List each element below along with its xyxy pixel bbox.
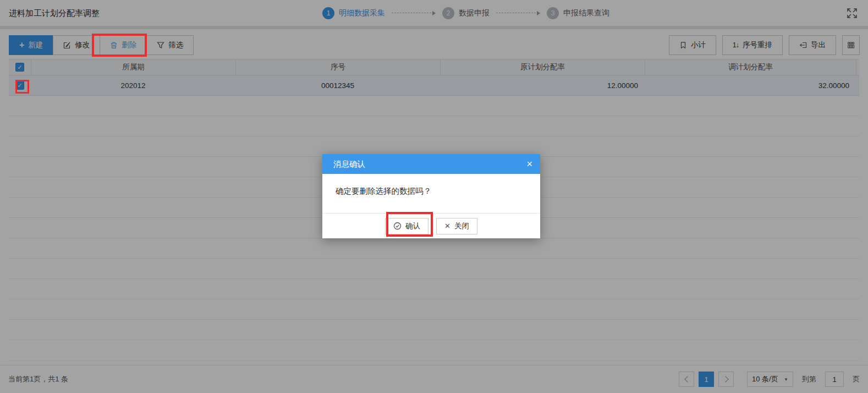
dialog-title: 消息确认	[333, 159, 365, 170]
confirm-dialog: 消息确认 × 确定要删除选择的数据吗？ 确认 ✕ 关闭	[322, 154, 540, 238]
dialog-footer: 确认 ✕ 关闭	[322, 213, 540, 238]
close-x-icon: ✕	[444, 222, 451, 230]
check-circle-icon	[393, 222, 402, 230]
dialog-close-icon[interactable]: ×	[526, 154, 532, 174]
close-button[interactable]: ✕ 关闭	[436, 218, 477, 234]
app-window: 进料加工计划分配率调整 1 明细数据采集 2 数据申报 3 申报结果查询	[0, 0, 868, 393]
dialog-header: 消息确认 ×	[322, 154, 540, 174]
confirm-button[interactable]: 确认	[385, 218, 428, 234]
dialog-message: 确定要删除选择的数据吗？	[322, 174, 540, 213]
